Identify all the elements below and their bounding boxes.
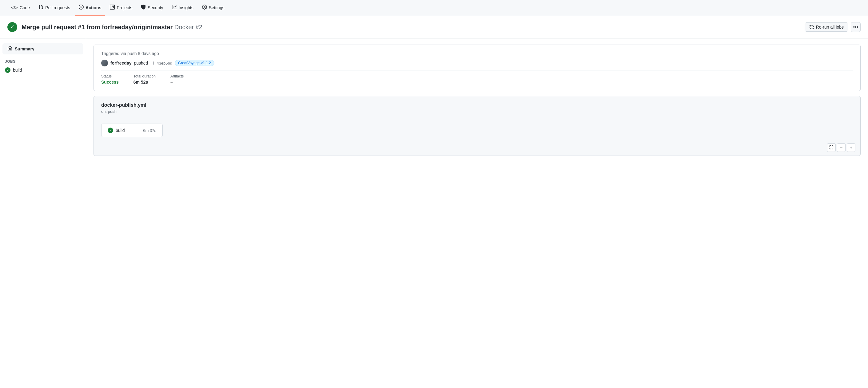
avatar bbox=[101, 60, 108, 66]
title-subtitle: Docker #2 bbox=[175, 24, 203, 30]
projects-icon bbox=[110, 5, 115, 10]
content-area: Triggered via push 8 days ago forfreeday… bbox=[86, 38, 868, 388]
page-title: Merge pull request #1 from forfreeday/or… bbox=[22, 24, 203, 31]
nav-actions-label: Actions bbox=[86, 5, 101, 10]
zoom-in-button[interactable]: + bbox=[847, 143, 856, 152]
pull-request-icon bbox=[38, 5, 43, 10]
nav-pull-requests[interactable]: Pull requests bbox=[35, 0, 74, 16]
artifacts-label: Artifacts bbox=[170, 74, 184, 78]
header-actions: Re-run all jobs ••• bbox=[805, 22, 861, 32]
top-navigation: </> Code Pull requests Actions Projects bbox=[0, 0, 868, 16]
main-layout: Summary Jobs ✓ build Triggered via push … bbox=[0, 38, 868, 388]
duration-label: Total duration bbox=[133, 74, 156, 78]
job-node-status-icon: ✓ bbox=[107, 128, 113, 133]
more-options-button[interactable]: ••• bbox=[851, 22, 861, 32]
rerun-icon bbox=[809, 25, 814, 30]
header-left: ✓ Merge pull request #1 from forfreeday/… bbox=[7, 22, 203, 32]
title-main: Merge pull request #1 from forfreeday/or… bbox=[22, 24, 173, 30]
status-card: Triggered via push 8 days ago forfreeday… bbox=[93, 44, 861, 91]
rerun-all-jobs-button[interactable]: Re-run all jobs bbox=[805, 23, 848, 32]
security-icon bbox=[141, 5, 146, 10]
pushed-text: pushed bbox=[134, 61, 148, 65]
fullscreen-button[interactable] bbox=[827, 143, 836, 152]
workflow-trigger: on: push bbox=[101, 109, 853, 114]
status-value: Success bbox=[101, 79, 119, 85]
status-meta: Status Success Total duration 6m 52s Art… bbox=[101, 70, 853, 85]
job-node-label: build bbox=[116, 128, 125, 133]
nav-pull-requests-label: Pull requests bbox=[45, 5, 70, 10]
insights-icon bbox=[172, 5, 177, 10]
sidebar-summary-item[interactable]: Summary bbox=[2, 43, 83, 55]
summary-label: Summary bbox=[15, 46, 34, 51]
nav-insights[interactable]: Insights bbox=[168, 0, 197, 16]
nav-code[interactable]: </> Code bbox=[7, 0, 33, 16]
status-column: Status Success bbox=[101, 74, 119, 85]
triggered-text: Triggered via push 8 days ago bbox=[101, 51, 853, 56]
nav-settings[interactable]: Settings bbox=[198, 0, 228, 16]
commit-key-icon: ⊣ bbox=[150, 61, 154, 65]
nav-code-label: Code bbox=[20, 5, 30, 10]
artifacts-value: – bbox=[170, 79, 184, 85]
zoom-in-icon: + bbox=[850, 145, 852, 150]
ellipsis-icon: ••• bbox=[853, 24, 859, 30]
job-build-label: build bbox=[13, 68, 22, 72]
workflow-controls: − + bbox=[827, 143, 856, 152]
zoom-out-icon: − bbox=[840, 145, 842, 150]
code-icon: </> bbox=[11, 5, 18, 10]
nav-projects[interactable]: Projects bbox=[106, 0, 136, 16]
workflow-filename: docker-publish.yml bbox=[101, 102, 853, 108]
duration-value: 6m 52s bbox=[133, 79, 156, 85]
nav-projects-label: Projects bbox=[117, 5, 132, 10]
job-success-badge: ✓ bbox=[5, 67, 10, 73]
status-label: Status bbox=[101, 74, 119, 78]
commit-hash: 43eb5bd bbox=[157, 61, 172, 65]
artifacts-column: Artifacts – bbox=[170, 74, 184, 85]
jobs-section-label: Jobs bbox=[0, 57, 86, 65]
sidebar: Summary Jobs ✓ build bbox=[0, 38, 86, 388]
nav-settings-label: Settings bbox=[209, 5, 224, 10]
tag-badge[interactable]: GreatVoyage-v1.1.2 bbox=[175, 60, 214, 66]
job-node-build[interactable]: ✓ build 6m 37s bbox=[101, 124, 163, 137]
sidebar-job-build[interactable]: ✓ build bbox=[0, 65, 86, 75]
fullscreen-icon bbox=[829, 145, 834, 150]
page-header: ✓ Merge pull request #1 from forfreeday/… bbox=[0, 16, 868, 38]
workflow-body: ✓ build 6m 37s bbox=[94, 119, 860, 156]
nav-actions[interactable]: Actions bbox=[75, 0, 105, 16]
nav-security-label: Security bbox=[148, 5, 163, 10]
zoom-out-button[interactable]: − bbox=[837, 143, 845, 152]
workflow-header: docker-publish.yml on: push bbox=[94, 96, 860, 119]
settings-icon bbox=[202, 5, 207, 10]
run-status-icon: ✓ bbox=[7, 22, 17, 32]
workflow-card: docker-publish.yml on: push ✓ build 6m 3… bbox=[93, 96, 861, 156]
rerun-label: Re-run all jobs bbox=[816, 25, 844, 30]
actions-icon bbox=[79, 5, 84, 10]
nav-insights-label: Insights bbox=[179, 5, 193, 10]
username: forfreeday bbox=[111, 61, 131, 65]
job-node-duration: 6m 37s bbox=[143, 128, 156, 133]
home-icon bbox=[7, 46, 12, 52]
commit-line: forfreeday pushed ⊣ 43eb5bd GreatVoyage-… bbox=[101, 60, 853, 66]
duration-column: Total duration 6m 52s bbox=[133, 74, 156, 85]
nav-security[interactable]: Security bbox=[137, 0, 167, 16]
